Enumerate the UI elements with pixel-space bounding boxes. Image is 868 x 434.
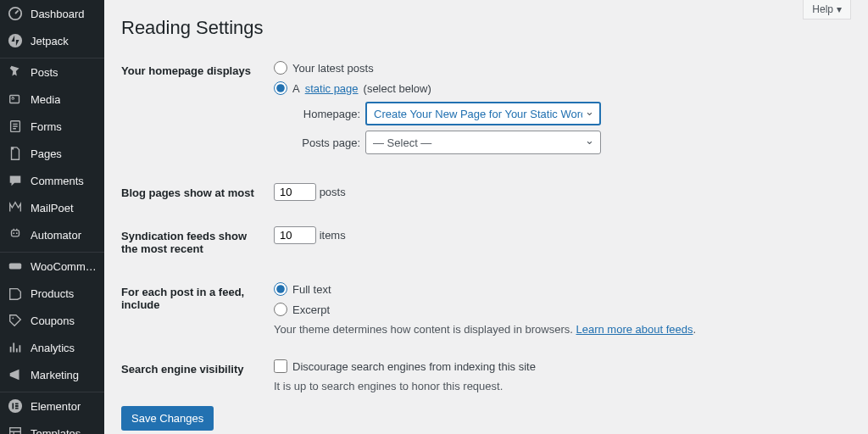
sidebar-item-label: MailPoet [31, 202, 74, 214]
sidebar-item-label: Forms [31, 120, 62, 133]
static-suffix: (select below) [364, 82, 431, 95]
sidebar-item-label: Templates [31, 427, 81, 435]
sidebar-item-jetpack[interactable]: Jetpack [0, 27, 104, 54]
seo-description: It is up to search engines to honor this… [274, 380, 843, 392]
radio-latest-posts-label[interactable]: Your latest posts [292, 62, 374, 75]
sidebar-item-label: Coupons [31, 314, 75, 327]
automator-icon [7, 226, 24, 243]
svg-rect-8 [9, 263, 21, 269]
learn-more-feeds-link[interactable]: Learn more about feeds [576, 323, 693, 336]
radio-static-page-label[interactable]: A static page (select below) [292, 82, 431, 95]
feed-desc-prefix: Your theme determines how content is dis… [274, 323, 576, 336]
sidebar-item-label: Elementor [31, 400, 81, 413]
blog-pages-input[interactable] [274, 183, 316, 201]
sidebar-item-mailpoet[interactable]: MailPoet [0, 194, 104, 221]
homepage-select[interactable]: Create Your New Page for Your Static Wor… [365, 102, 601, 125]
syndication-input[interactable] [274, 226, 316, 244]
chevron-down-icon: ▾ [837, 3, 842, 15]
mailpoet-icon [7, 199, 24, 216]
seo-checkbox-label[interactable]: Discourage search engines from indexing … [292, 360, 536, 373]
pin-icon [7, 64, 24, 81]
sidebar-item-automator[interactable]: Automator [0, 221, 104, 248]
radio-excerpt-label[interactable]: Excerpt [292, 303, 330, 316]
sidebar-item-coupons[interactable]: Coupons [0, 307, 104, 334]
dashboard-icon [7, 5, 24, 22]
help-tab[interactable]: Help ▾ [803, 0, 851, 19]
coupons-icon [7, 312, 24, 329]
blog-pages-suffix: posts [320, 186, 346, 198]
static-page-link[interactable]: static page [305, 82, 359, 95]
sidebar-item-templates[interactable]: Templates [0, 420, 104, 434]
products-icon [7, 285, 24, 302]
sidebar-item-label: Jetpack [31, 35, 69, 47]
radio-full-text[interactable] [274, 282, 287, 296]
admin-sidebar: Dashboard Jetpack Posts Media Forms Page… [0, 0, 104, 434]
sidebar-item-analytics[interactable]: Analytics [0, 334, 104, 361]
sidebar-item-label: Products [31, 287, 74, 300]
help-label: Help [812, 3, 833, 15]
templates-icon [7, 425, 24, 434]
radio-static-page[interactable] [274, 81, 287, 95]
sidebar-item-marketing[interactable]: Marketing [0, 361, 104, 388]
sidebar-item-products[interactable]: Products [0, 280, 104, 307]
sidebar-item-label: Dashboard [31, 8, 85, 20]
elementor-icon [7, 398, 24, 415]
pages-icon [7, 145, 24, 162]
sidebar-item-label: Media [31, 93, 60, 106]
postspage-select-label: Posts page: [292, 136, 360, 149]
seo-checkbox[interactable] [274, 359, 287, 373]
sidebar-item-woocommerce[interactable]: WooCommerce [0, 253, 104, 280]
radio-excerpt[interactable] [274, 303, 287, 316]
sidebar-item-comments[interactable]: Comments [0, 167, 104, 194]
svg-rect-11 [10, 428, 21, 434]
static-prefix: A [292, 82, 300, 95]
sidebar-item-media[interactable]: Media [0, 86, 104, 113]
svg-point-1 [8, 34, 22, 47]
sidebar-item-label: Pages [31, 147, 62, 160]
woo-icon [7, 258, 24, 275]
sidebar-item-posts[interactable]: Posts [0, 58, 104, 86]
feed-description: Your theme determines how content is dis… [274, 323, 843, 336]
svg-point-9 [12, 317, 14, 319]
forms-icon [7, 118, 24, 135]
postspage-select[interactable]: — Select — [365, 131, 601, 154]
sidebar-item-pages[interactable]: Pages [0, 140, 104, 167]
seo-heading: Search engine visibility [121, 348, 265, 404]
homepage-displays-heading: Your homepage displays [121, 49, 265, 171]
svg-rect-2 [10, 96, 19, 103]
save-changes-button[interactable]: Save Changes [121, 406, 214, 431]
radio-full-text-label[interactable]: Full text [292, 283, 331, 296]
sidebar-item-label: Comments [31, 175, 84, 187]
svg-point-6 [13, 232, 14, 234]
feed-heading: For each post in a feed, include [121, 270, 265, 348]
sidebar-item-label: Automator [31, 229, 81, 242]
blog-pages-heading: Blog pages show at most [121, 171, 265, 214]
svg-rect-5 [12, 231, 19, 236]
sidebar-item-label: Analytics [31, 342, 75, 354]
syndication-suffix: items [320, 229, 346, 242]
sidebar-item-forms[interactable]: Forms [0, 113, 104, 140]
sidebar-item-dashboard[interactable]: Dashboard [0, 0, 104, 27]
radio-latest-posts[interactable] [274, 61, 287, 75]
analytics-icon [7, 339, 24, 356]
main-content: Help ▾ Reading Settings Your homepage di… [104, 0, 868, 434]
sidebar-item-elementor[interactable]: Elementor [0, 392, 104, 420]
feed-desc-suffix: . [693, 323, 697, 336]
homepage-select-label: Homepage: [292, 108, 360, 120]
media-icon [7, 91, 24, 108]
sidebar-item-label: WooCommerce [31, 260, 97, 273]
page-title: Reading Settings [121, 0, 851, 49]
marketing-icon [7, 366, 24, 383]
sidebar-item-label: Marketing [31, 369, 79, 381]
sidebar-item-label: Posts [31, 66, 58, 79]
comments-icon [7, 172, 24, 189]
jetpack-icon [7, 32, 24, 49]
syndication-heading: Syndication feeds show the most recent [121, 214, 265, 270]
svg-point-7 [16, 232, 18, 234]
